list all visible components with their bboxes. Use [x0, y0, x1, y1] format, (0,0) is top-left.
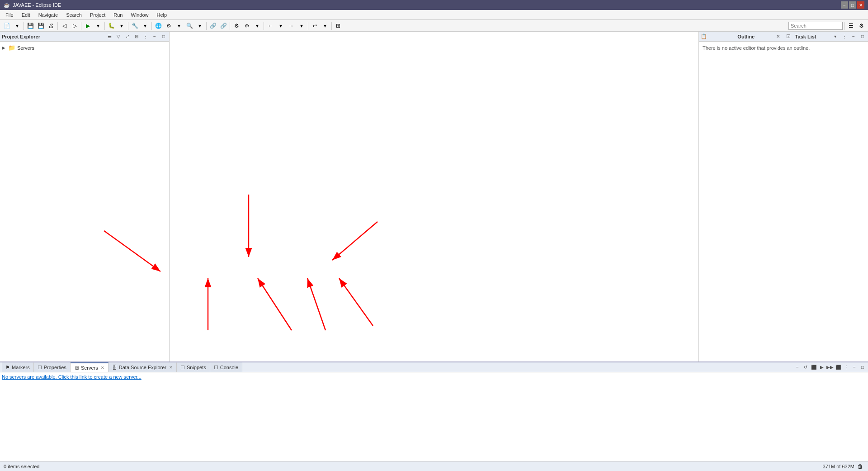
toolbar-btn-2[interactable]: ▾: [12, 21, 22, 31]
toolbar-globe[interactable]: 🌐: [153, 21, 163, 31]
project-explorer-more[interactable]: ⋮: [142, 33, 149, 40]
outline-view-menu[interactable]: ▾: [832, 33, 839, 40]
outline-maximize[interactable]: □: [859, 33, 866, 40]
project-explorer-collapse[interactable]: ⊟: [133, 33, 140, 40]
toolbar-btn-8[interactable]: ⚙: [164, 21, 174, 31]
toolbar-btn-18[interactable]: ▾: [276, 21, 286, 31]
bottom-content: No servers are available. Click this lin…: [0, 372, 868, 461]
tasklist-title: Task List: [795, 34, 830, 39]
menu-run[interactable]: Run: [110, 11, 126, 19]
toolbar-sep-8: [230, 22, 230, 30]
forward-button[interactable]: ▷: [70, 21, 80, 31]
minimize-button[interactable]: −: [841, 1, 848, 9]
new-button[interactable]: 📄: [2, 21, 12, 31]
bottom-area: ⚑ Markers ☐ Properties 🖥 Servers ✕ 🗄 Dat…: [0, 362, 868, 461]
snippets-icon: ☐: [180, 365, 185, 371]
menu-navigate[interactable]: Navigate: [35, 11, 61, 19]
bottom-minimize-btn[interactable]: −: [794, 364, 801, 371]
tab-datasource[interactable]: 🗄 Data Source Explorer ✕: [108, 362, 177, 372]
maximize-button[interactable]: □: [849, 1, 856, 9]
bottom-panel-minimize[interactable]: −: [851, 364, 858, 371]
menu-help[interactable]: Help: [153, 11, 171, 19]
title-bar-controls[interactable]: − □ ✕: [841, 1, 864, 9]
menu-window[interactable]: Window: [127, 11, 152, 19]
run-button[interactable]: ▶: [83, 21, 93, 31]
project-explorer-link[interactable]: ⇌: [124, 33, 131, 40]
outline-minimize[interactable]: −: [850, 33, 857, 40]
outline-content: There is no active editor that provides …: [699, 42, 868, 54]
toolbar-btn-15[interactable]: ⚙: [242, 21, 252, 31]
outline-more[interactable]: ⋮: [841, 33, 848, 40]
tasklist-icon: ☑: [783, 33, 793, 39]
save-button[interactable]: 💾: [25, 21, 35, 31]
no-editor-message: There is no active editor that provides …: [703, 45, 810, 51]
bottom-btn-5[interactable]: ▶▶: [826, 364, 834, 371]
datasource-tab-close[interactable]: ✕: [169, 365, 173, 370]
close-button[interactable]: ✕: [857, 1, 864, 9]
bottom-panel-maximize[interactable]: □: [859, 364, 866, 371]
save-all-button[interactable]: 💾: [36, 21, 46, 31]
garbage-collect-button[interactable]: 🗑: [856, 462, 864, 471]
toolbar-btn-17[interactable]: ←: [265, 21, 275, 31]
tree-item-servers[interactable]: ▶ 📁 Servers: [0, 43, 169, 52]
perspective-btn[interactable]: ☰: [846, 21, 856, 31]
print-button[interactable]: 🖨: [46, 21, 56, 31]
toolbar-btn-20[interactable]: ▾: [297, 21, 307, 31]
tab-servers[interactable]: 🖥 Servers ✕: [71, 362, 108, 372]
servers-tab-close[interactable]: ✕: [101, 366, 104, 370]
toolbar-btn-16[interactable]: ▾: [252, 21, 262, 31]
tab-properties[interactable]: ☐ Properties: [34, 362, 71, 372]
back-button[interactable]: ◁: [59, 21, 69, 31]
project-explorer-view-menu[interactable]: ☰: [106, 33, 113, 40]
project-explorer-maximize[interactable]: □: [160, 33, 167, 40]
outline-close[interactable]: ✕: [774, 33, 782, 40]
bottom-refresh-btn[interactable]: ↺: [802, 364, 809, 371]
toolbar-btn-19[interactable]: →: [286, 21, 296, 31]
menu-edit[interactable]: Edit: [18, 11, 34, 19]
toolbar-btn-21[interactable]: ↩: [310, 21, 320, 31]
tab-markers-label: Markers: [12, 365, 30, 370]
menu-search[interactable]: Search: [62, 11, 85, 19]
toolbar-btn-12[interactable]: 🔗: [208, 21, 218, 31]
content-area: Project Explorer ☰ ▽ ⇌ ⊟ ⋮ − □ ▶ 📁 Serve…: [0, 32, 868, 362]
tab-console[interactable]: ☐ Console: [210, 362, 242, 372]
main-layout: Project Explorer ☰ ▽ ⇌ ⊟ ⋮ − □ ▶ 📁 Serve…: [0, 32, 868, 461]
menu-project[interactable]: Project: [86, 11, 109, 19]
toolbar-btn-11[interactable]: ▾: [195, 21, 205, 31]
servers-icon: 🖥: [74, 365, 79, 371]
toolbar-btn-13[interactable]: 🔗: [218, 21, 228, 31]
toolbar-sep-1: [24, 22, 24, 30]
tab-datasource-label: Data Source Explorer: [119, 365, 166, 370]
tab-snippets[interactable]: ☐ Snippets: [177, 362, 210, 372]
perspective-settings-btn[interactable]: ⚙: [856, 21, 866, 31]
toolbar-btn-9[interactable]: ▾: [174, 21, 184, 31]
project-explorer-minimize[interactable]: −: [151, 33, 158, 40]
bottom-stop-btn[interactable]: ⬛: [810, 364, 817, 371]
toolbar-sep-4: [104, 22, 105, 30]
bottom-viewmenu-btn[interactable]: ⋮: [843, 364, 850, 371]
project-explorer-filter[interactable]: ▽: [115, 33, 122, 40]
search-input[interactable]: [788, 22, 843, 30]
status-bar: 0 items selected 371M of 632M 🗑: [0, 461, 868, 471]
toolbar-btn-open-perspective[interactable]: ⊞: [333, 21, 343, 31]
debug-button[interactable]: 🐛: [106, 21, 116, 31]
app-icon: ☕: [4, 2, 10, 8]
toolbar-sep-10: [308, 22, 308, 30]
ext-tools-button[interactable]: 🔧: [130, 21, 140, 31]
project-explorer-title: Project Explorer: [2, 34, 104, 39]
create-server-link[interactable]: No servers are available. Click this lin…: [2, 374, 142, 380]
bottom-btn-4[interactable]: ▶: [818, 364, 826, 371]
toolbar-btn-14[interactable]: ⚙: [231, 21, 241, 31]
run-dropdown[interactable]: ▾: [93, 21, 103, 31]
ext-tools-dropdown[interactable]: ▾: [140, 21, 150, 31]
tab-snippets-label: Snippets: [187, 365, 206, 370]
debug-dropdown[interactable]: ▾: [117, 21, 127, 31]
toolbar-btn-10[interactable]: 🔍: [184, 21, 194, 31]
window-title: JAVAEE - Eclipse IDE: [13, 2, 61, 8]
menu-file[interactable]: File: [2, 11, 17, 19]
bottom-btn-6[interactable]: ⬛: [835, 364, 842, 371]
toolbar-sep-3: [81, 22, 81, 30]
menu-bar: File Edit Navigate Search Project Run Wi…: [0, 10, 868, 20]
tab-markers[interactable]: ⚑ Markers: [2, 362, 34, 372]
toolbar-btn-22[interactable]: ▾: [320, 21, 330, 31]
